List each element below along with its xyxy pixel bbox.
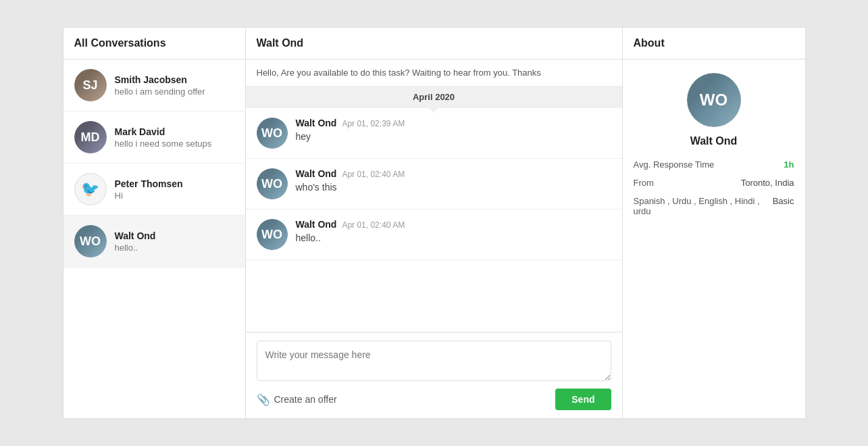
about-from-row: From Toronto, India: [634, 178, 794, 188]
chat-header: Walt Ond: [246, 28, 622, 59]
message-meta-3: Walt Ond Apr 01, 02:40 AM: [296, 219, 611, 230]
about-avatar-wrap: WO: [634, 73, 794, 127]
about-avg-response-value: 1h: [784, 159, 794, 170]
chat-messages: Hello, Are you available to do this task…: [246, 59, 622, 332]
message-avatar-1: WO: [257, 118, 288, 149]
conv-name-smith: Smith Jacobsen: [115, 74, 234, 85]
conv-name-peter: Peter Thomsen: [115, 178, 234, 189]
message-text-2: who's this: [296, 182, 611, 193]
create-offer-button[interactable]: 📎 Create an offer: [257, 393, 337, 406]
message-time-3: Apr 01, 02:40 AM: [342, 220, 405, 230]
chat-input-area: 📎 Create an offer Send: [246, 332, 622, 418]
date-divider: April 2020: [246, 86, 622, 108]
conv-preview-peter: Hi: [115, 191, 234, 201]
message-text-1: hey: [296, 131, 611, 142]
message-text-3: hello..: [296, 232, 611, 243]
conversation-item-walt[interactable]: WO Walt Ond hello..: [63, 216, 245, 268]
conv-preview-walt: hello..: [115, 243, 234, 253]
conv-info-mark: Mark David hello i need some setups: [115, 126, 234, 149]
about-content: WO Walt Ond Avg. Response Time 1h From T…: [623, 59, 805, 238]
message-time-2: Apr 01, 02:40 AM: [342, 170, 405, 179]
conversation-item-peter[interactable]: 🐦 Peter Thomsen Hi: [63, 164, 245, 216]
chat-input-footer: 📎 Create an offer Send: [257, 389, 611, 410]
about-from-value: Toronto, India: [741, 178, 794, 188]
message-body-3: Walt Ond Apr 01, 02:40 AM hello..: [296, 219, 611, 243]
avatar-mark: MD: [74, 121, 107, 153]
sidebar-header: All Conversations: [63, 28, 245, 59]
conv-info-walt: Walt Ond hello..: [115, 230, 234, 253]
about-header: About: [623, 28, 805, 59]
avatar-peter: 🐦: [74, 173, 107, 205]
message-sender-2: Walt Ond: [296, 168, 337, 179]
conv-info-smith: Smith Jacobsen hello i am sending offer: [115, 74, 234, 97]
about-languages-level: Basic: [773, 196, 794, 216]
message-body-1: Walt Ond Apr 01, 02:39 AM hey: [296, 118, 611, 142]
message-row-2: WO Walt Ond Apr 01, 02:40 AM who's this: [246, 159, 622, 209]
message-avatar-2: WO: [257, 168, 288, 199]
conversation-item-smith[interactable]: SJ Smith Jacobsen hello i am sending off…: [63, 59, 245, 112]
message-sender-1: Walt Ond: [296, 118, 337, 128]
message-meta-2: Walt Ond Apr 01, 02:40 AM: [296, 168, 611, 179]
chat-top-message: Hello, Are you available to do this task…: [246, 59, 622, 86]
conversations-sidebar: All Conversations SJ Smith Jacobsen hell…: [63, 28, 246, 418]
message-row-1: WO Walt Ond Apr 01, 02:39 AM hey: [246, 108, 622, 159]
conv-preview-mark: hello i need some setups: [115, 139, 234, 149]
message-body-2: Walt Ond Apr 01, 02:40 AM who's this: [296, 168, 611, 193]
main-container: All Conversations SJ Smith Jacobsen hell…: [63, 27, 806, 419]
message-row-3: WO Walt Ond Apr 01, 02:40 AM hello..: [246, 209, 622, 260]
about-avg-response-label: Avg. Response Time: [634, 159, 715, 170]
about-from-label: From: [634, 178, 654, 188]
chat-panel: Walt Ond Hello, Are you available to do …: [246, 28, 623, 418]
about-avg-response-row: Avg. Response Time 1h: [634, 159, 794, 170]
about-languages-row: Spanish , Urdu , English , Hindi , urdu …: [634, 196, 794, 216]
about-languages-list: Spanish , Urdu , English , Hindi , urdu: [634, 196, 773, 216]
conv-info-peter: Peter Thomsen Hi: [115, 178, 234, 201]
avatar-walt: WO: [74, 225, 107, 257]
message-meta-1: Walt Ond Apr 01, 02:39 AM: [296, 118, 611, 128]
message-avatar-3: WO: [257, 219, 288, 250]
message-time-1: Apr 01, 02:39 AM: [342, 119, 405, 128]
create-offer-label: Create an offer: [274, 394, 337, 405]
about-panel: About WO Walt Ond Avg. Response Time 1h …: [623, 28, 805, 418]
about-avatar: WO: [687, 73, 741, 127]
conversation-item-mark[interactable]: MD Mark David hello i need some setups: [63, 112, 245, 164]
conv-preview-smith: hello i am sending offer: [115, 86, 234, 97]
about-name: Walt Ond: [634, 135, 794, 147]
conv-name-mark: Mark David: [115, 126, 234, 137]
conv-name-walt: Walt Ond: [115, 230, 234, 241]
message-sender-3: Walt Ond: [296, 219, 337, 230]
message-input[interactable]: [257, 341, 611, 381]
send-button[interactable]: Send: [555, 389, 611, 410]
paperclip-icon: 📎: [257, 393, 270, 406]
avatar-smith: SJ: [74, 69, 107, 101]
